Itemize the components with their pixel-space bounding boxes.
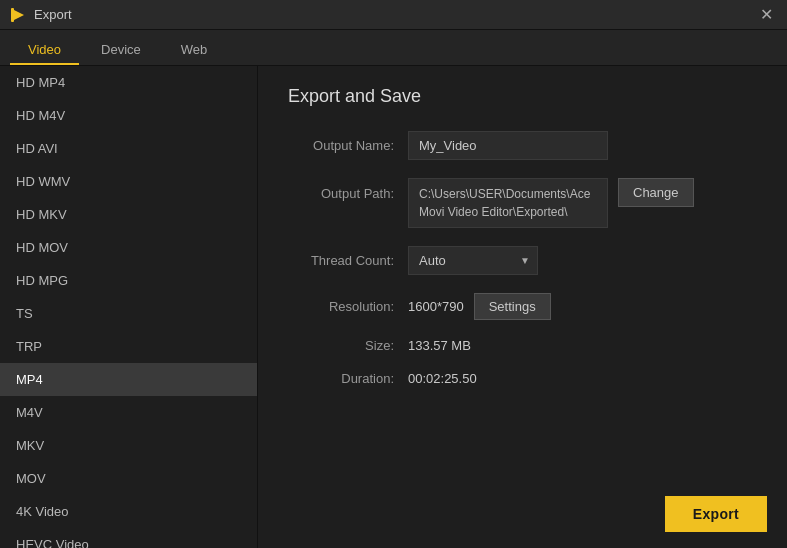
sidebar-item-hd-mp4[interactable]: HD MP4 <box>0 66 257 99</box>
close-button[interactable]: ✕ <box>756 5 777 25</box>
title-bar-title: Export <box>34 7 72 22</box>
tab-bar: Video Device Web <box>0 30 787 66</box>
sidebar-item-hd-mpg[interactable]: HD MPG <box>0 264 257 297</box>
output-name-input[interactable] <box>408 131 608 160</box>
output-path-value: C:\Users\USER\Documents\AceMovi Video Ed… <box>408 178 608 228</box>
size-value: 133.57 MB <box>408 338 471 353</box>
duration-value: 00:02:25.50 <box>408 371 477 386</box>
sidebar-item-hd-wmv[interactable]: HD WMV <box>0 165 257 198</box>
output-name-label: Output Name: <box>288 138 408 153</box>
sidebar-item-hevc-video[interactable]: HEVC Video <box>0 528 257 548</box>
duration-label: Duration: <box>288 371 408 386</box>
export-button[interactable]: Export <box>665 496 767 532</box>
resolution-label: Resolution: <box>288 299 408 314</box>
sidebar-item-hd-mkv[interactable]: HD MKV <box>0 198 257 231</box>
change-path-button[interactable]: Change <box>618 178 694 207</box>
sidebar-item-mp4[interactable]: MP4 <box>0 363 257 396</box>
sidebar-item-ts[interactable]: TS <box>0 297 257 330</box>
size-label: Size: <box>288 338 408 353</box>
sidebar-item-mkv[interactable]: MKV <box>0 429 257 462</box>
main-area: HD MP4 HD M4V HD AVI HD WMV HD MKV HD MO… <box>0 66 787 548</box>
output-name-row: Output Name: <box>288 131 757 160</box>
output-path-label: Output Path: <box>288 178 408 201</box>
duration-row: Duration: 00:02:25.50 <box>288 371 757 386</box>
section-title: Export and Save <box>288 86 757 107</box>
resolution-row: Resolution: 1600*790 Settings <box>288 293 757 320</box>
thread-count-select[interactable]: Auto 1 2 4 8 <box>408 246 538 275</box>
resolution-value: 1600*790 <box>408 299 464 314</box>
output-path-row: Output Path: C:\Users\USER\Documents\Ace… <box>288 178 757 228</box>
app-logo-icon <box>10 7 26 23</box>
sidebar-item-hd-avi[interactable]: HD AVI <box>0 132 257 165</box>
size-row: Size: 133.57 MB <box>288 338 757 353</box>
format-sidebar: HD MP4 HD M4V HD AVI HD WMV HD MKV HD MO… <box>0 66 258 548</box>
footer: Export <box>665 496 767 532</box>
title-bar: Export ✕ <box>0 0 787 30</box>
svg-rect-1 <box>11 8 14 22</box>
sidebar-item-trp[interactable]: TRP <box>0 330 257 363</box>
thread-count-label: Thread Count: <box>288 253 408 268</box>
sidebar-item-hd-m4v[interactable]: HD M4V <box>0 99 257 132</box>
title-bar-left: Export <box>10 7 72 23</box>
settings-button[interactable]: Settings <box>474 293 551 320</box>
sidebar-item-mov[interactable]: MOV <box>0 462 257 495</box>
sidebar-item-4k-video[interactable]: 4K Video <box>0 495 257 528</box>
thread-count-select-wrapper: Auto 1 2 4 8 ▼ <box>408 246 538 275</box>
tab-web[interactable]: Web <box>163 36 226 65</box>
export-content: Export and Save Output Name: Output Path… <box>258 66 787 548</box>
thread-count-row: Thread Count: Auto 1 2 4 8 ▼ <box>288 246 757 275</box>
tab-video[interactable]: Video <box>10 36 79 65</box>
tab-device[interactable]: Device <box>83 36 159 65</box>
sidebar-item-hd-mov[interactable]: HD MOV <box>0 231 257 264</box>
sidebar-item-m4v[interactable]: M4V <box>0 396 257 429</box>
